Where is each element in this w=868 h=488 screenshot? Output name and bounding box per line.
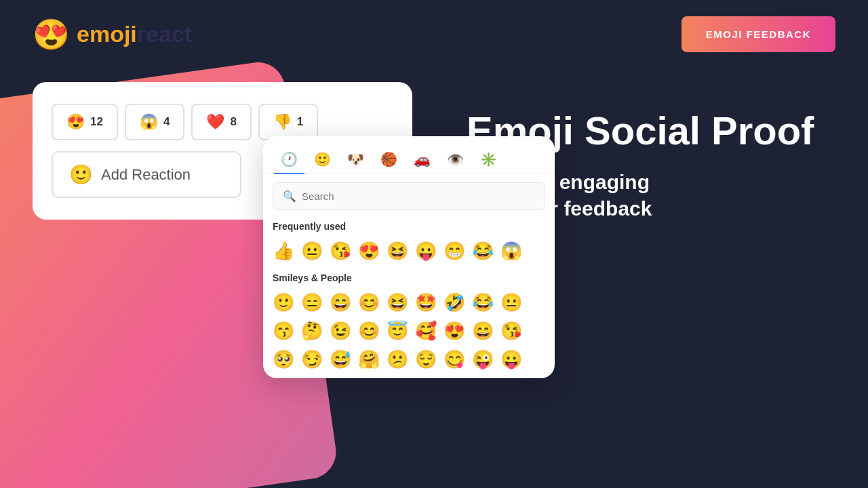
emoji-smile2[interactable]: 😐 (498, 289, 525, 316)
emoji-innocent[interactable]: 😇 (384, 317, 411, 344)
smileys-emoji-grid: 🙂 😑 😄 😊 😆 🤩 🤣 😂 😐 😙 🤔 😉 😊 😇 🥰 😍 😄 😘 🥺 (263, 289, 555, 378)
tab-symbols[interactable]: ✳️ (473, 146, 504, 174)
reaction-btn-shocked[interactable]: 😱 4 (125, 104, 184, 140)
emoji-tongue[interactable]: 😛 (412, 237, 439, 264)
main-content: 😍 12 😱 4 ❤️ 8 👎 1 🙂 Add Reaction (0, 68, 868, 222)
reaction-btn-heart[interactable]: ❤️ 8 (191, 104, 251, 140)
search-input[interactable] (302, 190, 535, 202)
emoji-smiling-hearts[interactable]: 🥰 (412, 317, 439, 344)
emoji-feedback-button[interactable]: EMOJI FEEDBACK (682, 16, 835, 52)
emoji-laughing2[interactable]: 😆 (384, 289, 411, 316)
love-count: 12 (90, 115, 103, 129)
add-reaction-icon: 🙂 (69, 163, 93, 186)
emoji-thumbsup[interactable]: 👍 (270, 237, 297, 264)
emoji-kiss2[interactable]: 😘 (498, 317, 525, 344)
tab-smileys[interactable]: 🙂 (307, 146, 338, 174)
emoji-joy[interactable]: 😂 (469, 289, 496, 316)
search-area: 🔍 (273, 182, 545, 210)
emoji-expressionless[interactable]: 😑 (298, 289, 326, 316)
emoji-confused[interactable]: 😕 (384, 346, 411, 373)
tab-sports[interactable]: 🏀 (374, 146, 404, 174)
emoji-stuck-out-tongue[interactable]: 😛 (498, 346, 525, 373)
emoji-heart-eyes2[interactable]: 😍 (441, 317, 468, 344)
emoji-scream[interactable]: 😱 (498, 237, 525, 264)
logo-icon: 😍 (33, 20, 70, 49)
section-label-frequent: Frequently used (263, 218, 555, 237)
emoji-smirk[interactable]: 😏 (298, 346, 326, 373)
heart-emoji: ❤️ (206, 113, 224, 131)
emoji-picker: 🕐 🙂 🐶 🏀 🚗 👁️ ✳️ 🔍 Frequently used 👍 😐 😘 … (263, 136, 555, 378)
shocked-emoji: 😱 (140, 113, 158, 131)
add-reaction-button[interactable]: 🙂 Add Reaction (52, 151, 241, 198)
emoji-wink[interactable]: 😉 (327, 317, 354, 344)
picker-tabs: 🕐 🙂 🐶 🏀 🚗 👁️ ✳️ (263, 136, 555, 174)
header: 😍 emojireact EMOJI FEEDBACK (0, 0, 868, 68)
emoji-hearteyes[interactable]: 😍 (355, 237, 382, 264)
tab-objects[interactable]: 👁️ (440, 146, 471, 174)
search-icon: 🔍 (283, 190, 296, 203)
add-reaction-label: Add Reaction (101, 166, 191, 184)
emoji-grin2[interactable]: 😄 (469, 317, 496, 344)
section-label-smileys: Smileys & People (263, 270, 555, 289)
logo-bold: emoji (77, 21, 137, 47)
emoji-grin[interactable]: 😁 (441, 237, 468, 264)
logo-light: react (137, 21, 192, 47)
love-emoji: 😍 (66, 113, 85, 131)
tab-recent[interactable]: 🕐 (274, 146, 304, 174)
left-panel: 😍 12 😱 4 ❤️ 8 👎 1 🙂 Add Reaction (33, 82, 426, 220)
emoji-rofl[interactable]: 🤣 (441, 289, 468, 316)
emoji-relieved[interactable]: 😌 (412, 346, 439, 373)
emoji-hugging[interactable]: 🤗 (355, 346, 382, 373)
emoji-sweat-smile[interactable]: 😅 (327, 346, 354, 373)
emoji-yum[interactable]: 😋 (441, 346, 468, 373)
emoji-pleading[interactable]: 🥺 (270, 346, 297, 373)
dislike-count: 1 (297, 115, 303, 129)
tab-animals[interactable]: 🐶 (340, 146, 371, 174)
emoji-thinking[interactable]: 🤔 (298, 317, 326, 344)
emoji-smile3[interactable]: 😊 (355, 317, 382, 344)
reaction-buttons-row: 😍 12 😱 4 ❤️ 8 👎 1 (52, 104, 393, 140)
shocked-count: 4 (163, 115, 170, 129)
emoji-kiss[interactable]: 😘 (327, 237, 354, 264)
tab-travel[interactable]: 🚗 (407, 146, 437, 174)
heart-count: 8 (230, 115, 236, 129)
emoji-neutral[interactable]: 😐 (298, 237, 326, 264)
reaction-btn-dislike[interactable]: 👎 1 (258, 104, 318, 140)
emoji-grinning[interactable]: 😆 (384, 237, 411, 264)
emoji-blush[interactable]: 😊 (355, 289, 382, 316)
reaction-btn-love[interactable]: 😍 12 (52, 104, 118, 140)
frequent-emoji-grid: 👍 😐 😘 😍 😆 😛 😁 😂 😱 (263, 237, 555, 270)
logo-text: emojireact (77, 21, 192, 47)
emoji-winking-tongue[interactable]: 😜 (469, 346, 496, 373)
logo: 😍 emojireact (33, 20, 192, 49)
dislike-emoji: 👎 (273, 113, 292, 131)
emoji-kissing[interactable]: 😙 (270, 317, 297, 344)
emoji-smiley[interactable]: 😄 (327, 289, 354, 316)
emoji-slight-smile[interactable]: 🙂 (270, 289, 297, 316)
emoji-starstruck[interactable]: 🤩 (412, 289, 439, 316)
emoji-laughing[interactable]: 😂 (469, 237, 496, 264)
